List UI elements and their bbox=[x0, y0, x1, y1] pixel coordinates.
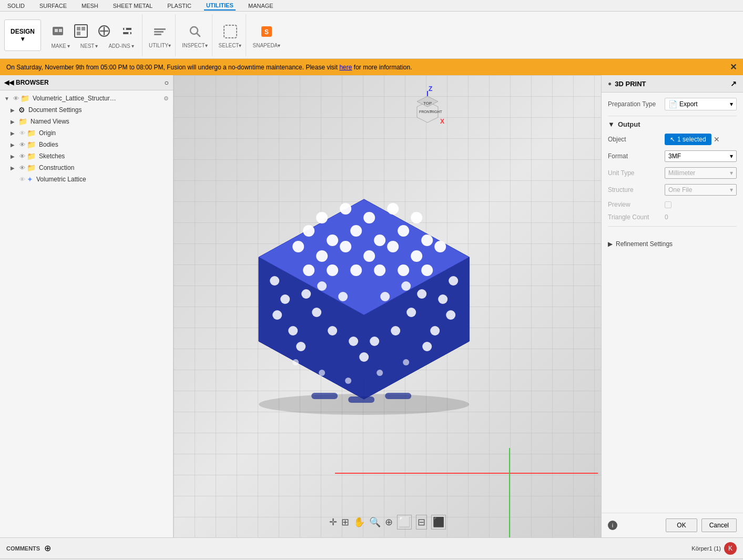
tree-item-sketches[interactable]: ▶ 👁 📁 Sketches bbox=[0, 150, 173, 162]
nest-tool[interactable] bbox=[70, 21, 91, 41]
tree-eye-origin[interactable]: 👁 bbox=[19, 130, 25, 136]
svg-point-68 bbox=[417, 289, 426, 299]
svg-rect-16 bbox=[154, 34, 161, 35]
tree-label-origin: Origin bbox=[39, 129, 56, 137]
output-section-header[interactable]: ▼ Output bbox=[608, 120, 737, 128]
svg-point-82 bbox=[403, 359, 409, 365]
tree-item-root[interactable]: ▼ 👁 📁 Volumetric_Lattice_Structures ... … bbox=[0, 93, 173, 104]
toolbar-group-select: SELECT▾ bbox=[215, 14, 247, 56]
tree-eye-sketches[interactable]: 👁 bbox=[19, 153, 25, 159]
browser-collapse-icon[interactable]: ◀◀ bbox=[4, 79, 14, 86]
tree-eye-vl[interactable]: 👁 bbox=[19, 176, 25, 182]
info-icon-btn[interactable]: i bbox=[608, 521, 617, 530]
menu-utilities[interactable]: UTILITIES bbox=[204, 1, 236, 11]
svg-rect-4 bbox=[77, 27, 80, 30]
menu-manage[interactable]: MANAGE bbox=[246, 2, 276, 10]
viewport-zoomfit-icon[interactable]: ⊕ bbox=[385, 516, 393, 528]
preview-checkbox-area bbox=[665, 201, 671, 208]
utility-icon bbox=[119, 23, 136, 39]
ok-button[interactable]: OK bbox=[666, 518, 697, 532]
divider1 bbox=[608, 116, 737, 116]
svg-text:TOP: TOP bbox=[423, 101, 432, 106]
tree-label-namedviews: Named Views bbox=[30, 118, 69, 125]
tree-eye-construction[interactable]: 👁 bbox=[19, 165, 25, 171]
tree-item-origin[interactable]: ▶ 👁 📁 Origin bbox=[0, 127, 173, 139]
format-select[interactable]: 3MF ▾ bbox=[665, 150, 737, 162]
browser-close-icon[interactable]: ○ bbox=[165, 78, 169, 87]
cancel-button[interactable]: Cancel bbox=[701, 518, 737, 532]
svg-point-12 bbox=[124, 28, 126, 30]
menu-sheetmetal[interactable]: SHEET METAL bbox=[111, 2, 155, 10]
object-clear-btn[interactable]: ✕ bbox=[714, 135, 720, 144]
menu-plastic[interactable]: PLASTIC bbox=[165, 2, 194, 10]
addins-label[interactable]: ADD-INS▾ bbox=[108, 43, 134, 49]
notification-close[interactable]: ✕ bbox=[730, 62, 737, 72]
object-selected-btn[interactable]: ↖ 1 selected bbox=[665, 134, 711, 145]
tree-lattice-icon: ✦ bbox=[27, 175, 33, 184]
browser-title: BROWSER bbox=[16, 79, 49, 86]
addins-tool[interactable] bbox=[94, 21, 115, 41]
snapeda-btn[interactable]: S bbox=[256, 22, 277, 42]
bottom-right: Körper1 (1) K bbox=[691, 542, 737, 555]
inspect-label[interactable]: INSPECT▾ bbox=[182, 43, 207, 48]
svg-point-40 bbox=[398, 225, 409, 237]
svg-rect-83 bbox=[311, 393, 338, 399]
avatar-icon[interactable]: K bbox=[724, 542, 737, 555]
svg-point-35 bbox=[411, 212, 422, 223]
tree-item-volumetriclattice[interactable]: ▶ 👁 ✦ Volumetric Lattice bbox=[0, 174, 173, 185]
viewport-move-icon[interactable]: ✛ bbox=[329, 516, 337, 528]
unit-type-label: Unit Type bbox=[608, 169, 660, 177]
unit-type-select[interactable]: Millimeter ▾ bbox=[665, 167, 737, 179]
make-tool[interactable] bbox=[47, 21, 68, 41]
design-button[interactable]: DESIGN ▾ bbox=[4, 19, 41, 51]
nav-cube[interactable]: Z TOP FRONT RIGHT X bbox=[406, 86, 449, 132]
nest-label[interactable]: NEST▾ bbox=[80, 43, 98, 49]
svg-point-32 bbox=[340, 203, 351, 215]
viewport-pan-icon[interactable]: ✋ bbox=[353, 516, 365, 528]
tree-eye-root[interactable]: 👁 bbox=[13, 95, 19, 101]
tree-item-docsettings[interactable]: ▶ ⚙ Document Settings bbox=[0, 104, 173, 116]
selected-count: 1 selected bbox=[677, 136, 706, 143]
preview-checkbox[interactable] bbox=[665, 201, 671, 208]
preparation-type-select[interactable]: 📄 Export ▾ bbox=[665, 98, 737, 110]
inspect-btn[interactable] bbox=[184, 22, 205, 42]
triangle-count-row: Triangle Count 0 bbox=[608, 213, 737, 221]
select-btn[interactable] bbox=[220, 22, 241, 42]
svg-point-63 bbox=[338, 292, 348, 301]
menu-surface[interactable]: SURFACE bbox=[37, 2, 69, 10]
viewport-copy-icon[interactable]: ⊞ bbox=[341, 516, 349, 528]
viewport[interactable]: Z TOP FRONT RIGHT X ✛ ⊞ ✋ 🔍 ⊕ ⬜ ⊟ ⬛ bbox=[174, 75, 601, 537]
utility-label[interactable]: UTILITY▾ bbox=[149, 43, 171, 48]
tree-item-construction[interactable]: ▶ 👁 📁 Construction bbox=[0, 162, 173, 174]
svg-point-80 bbox=[345, 378, 351, 384]
unit-type-arrow: ▾ bbox=[730, 169, 733, 177]
select-label[interactable]: SELECT▾ bbox=[219, 43, 242, 48]
tree-settings-icon[interactable]: ⚙ bbox=[164, 95, 169, 102]
panel-spacer bbox=[602, 252, 743, 513]
make-label[interactable]: MAKE▾ bbox=[51, 43, 69, 49]
tree-arrow-namedviews: ▶ bbox=[11, 119, 17, 125]
tree-item-bodies[interactable]: ▶ 👁 📁 Bodies bbox=[0, 139, 173, 150]
utility-tool[interactable] bbox=[117, 21, 138, 41]
snapeda-icon: S bbox=[258, 23, 275, 40]
menu-solid[interactable]: SOLID bbox=[5, 2, 27, 10]
toolbar-group-inspect: INSPECT▾ bbox=[178, 14, 212, 56]
menu-mesh[interactable]: MESH bbox=[79, 2, 100, 10]
tree-arrow-origin: ▶ bbox=[11, 130, 17, 136]
tree-label-docsettings: Document Settings bbox=[28, 106, 82, 114]
svg-point-47 bbox=[411, 250, 422, 262]
viewport-display1-icon[interactable]: ⬜ bbox=[397, 515, 412, 530]
structure-select[interactable]: One File ▾ bbox=[665, 184, 737, 196]
refinement-row[interactable]: ▶ Refinement Settings bbox=[602, 236, 743, 252]
utility-btn[interactable] bbox=[149, 22, 170, 42]
tree-eye-bodies[interactable]: 👁 bbox=[19, 141, 25, 148]
notification-link[interactable]: here bbox=[339, 64, 352, 71]
comments-add-icon[interactable]: ⊕ bbox=[44, 543, 51, 553]
snapeda-label[interactable]: SNAPEDA▾ bbox=[252, 43, 280, 48]
panel-expand-icon[interactable]: ↗ bbox=[730, 79, 737, 88]
tree-item-namedviews[interactable]: ▶ 📁 Named Views bbox=[0, 116, 173, 127]
viewport-zoom-icon[interactable]: 🔍 bbox=[369, 516, 381, 528]
viewport-display2-icon[interactable]: ⊟ bbox=[416, 515, 427, 530]
viewport-display3-icon[interactable]: ⬛ bbox=[431, 515, 446, 530]
3d-model bbox=[217, 131, 511, 436]
